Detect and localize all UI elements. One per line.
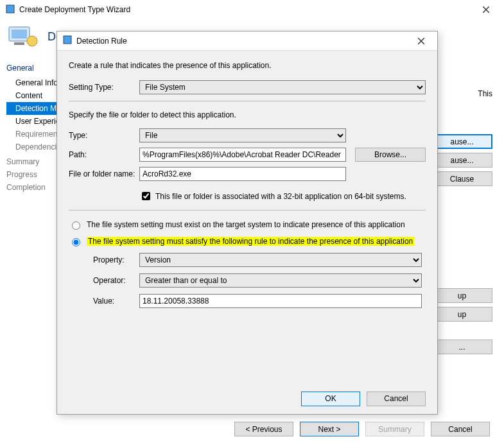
filename-row: File or folder name: xyxy=(69,167,426,181)
up-button-2[interactable]: up xyxy=(431,307,492,322)
svg-rect-5 xyxy=(14,42,24,45)
property-select[interactable]: Version xyxy=(139,253,422,267)
operator-row: Operator: Greater than or equal to xyxy=(93,273,426,288)
dialog-close-icon[interactable] xyxy=(410,34,432,48)
radio-exist-row: The file system setting must exist on th… xyxy=(69,220,426,230)
wizard-footer: < Previous Next > Summary Cancel xyxy=(234,422,490,436)
right-button-column-3: ... xyxy=(431,340,492,354)
browse-button[interactable]: Browse... xyxy=(355,148,426,162)
setting-type-label: Setting Type: xyxy=(69,83,139,92)
value-row: Value: xyxy=(93,294,426,308)
right-button-column: ause... ause... Clause xyxy=(431,134,492,186)
dialog-title: Detection Rule xyxy=(76,37,410,46)
wizard-title: Create Deployment Type Wizard xyxy=(19,5,473,14)
path-row: Path: Browse... xyxy=(69,148,426,162)
operator-label: Operator: xyxy=(93,276,139,285)
clause-button[interactable]: Clause xyxy=(431,171,492,186)
operator-select[interactable]: Greater than or equal to xyxy=(139,273,422,288)
value-input[interactable] xyxy=(139,294,422,308)
dialog-cancel-button[interactable]: Cancel xyxy=(367,392,426,406)
detection-rule-dialog: Detection Rule Create a rule that indica… xyxy=(56,31,438,415)
path-input[interactable] xyxy=(139,148,346,162)
svg-rect-4 xyxy=(12,30,27,39)
setting-type-select[interactable]: File System xyxy=(139,80,426,94)
radio-rule-row: The file system setting must satisfy the… xyxy=(69,236,426,246)
type-select[interactable]: File xyxy=(139,128,346,142)
value-label: Value: xyxy=(93,297,139,306)
property-label: Property: xyxy=(93,255,139,264)
property-row: Property: Version xyxy=(93,253,426,267)
filename-input[interactable] xyxy=(139,167,346,181)
close-icon[interactable] xyxy=(473,1,499,19)
dialog-intro-text: Create a rule that indicates the presenc… xyxy=(69,61,426,70)
svg-rect-7 xyxy=(64,36,71,44)
radio-rule-label: The file system setting must satisfy the… xyxy=(87,237,414,246)
assoc32-row: This file or folder is associated with a… xyxy=(139,190,426,202)
svg-rect-0 xyxy=(6,5,14,13)
divider-2 xyxy=(69,210,426,211)
specify-text: Specify the file or folder to detect thi… xyxy=(69,110,426,119)
previous-button[interactable]: < Previous xyxy=(234,422,293,436)
type-row: Type: File xyxy=(69,128,426,142)
ellipsis-button[interactable]: ... xyxy=(431,340,492,354)
radio-rule[interactable] xyxy=(72,238,80,246)
assoc32-checkbox[interactable] xyxy=(142,192,150,200)
window-controls xyxy=(473,1,499,19)
up-button-1[interactable]: up xyxy=(431,288,492,303)
dialog-app-icon xyxy=(62,35,73,47)
add-clause-button-1[interactable]: ause... xyxy=(431,134,492,149)
type-label: Type: xyxy=(69,131,139,140)
assoc32-label: This file or folder is associated with a… xyxy=(155,192,406,201)
filename-label: File or folder name: xyxy=(69,169,139,178)
radio-exist-label: The file system setting must exist on th… xyxy=(87,220,405,229)
wizard-titlebar: Create Deployment Type Wizard xyxy=(0,0,504,19)
svg-point-6 xyxy=(27,36,37,46)
divider-1 xyxy=(69,101,426,101)
setting-type-row: Setting Type: File System xyxy=(69,80,426,94)
right-button-column-2: up up xyxy=(431,288,492,322)
right-this-label: This xyxy=(478,89,492,98)
radio-exist[interactable] xyxy=(72,221,80,230)
summary-button: Summary xyxy=(365,422,424,436)
wizard-window: Create Deployment Type Wizard De General… xyxy=(0,0,504,448)
dialog-footer: OK Cancel xyxy=(57,383,437,414)
ok-button[interactable]: OK xyxy=(301,392,360,406)
add-clause-button-2[interactable]: ause... xyxy=(431,153,492,168)
deployment-icon xyxy=(8,23,39,51)
dialog-titlebar: Detection Rule xyxy=(57,31,437,51)
dialog-body: Create a rule that indicates the presenc… xyxy=(57,51,437,383)
wizard-app-icon xyxy=(5,4,15,16)
path-label: Path: xyxy=(69,150,139,159)
next-button[interactable]: Next > xyxy=(300,422,359,436)
cancel-button[interactable]: Cancel xyxy=(431,422,490,436)
